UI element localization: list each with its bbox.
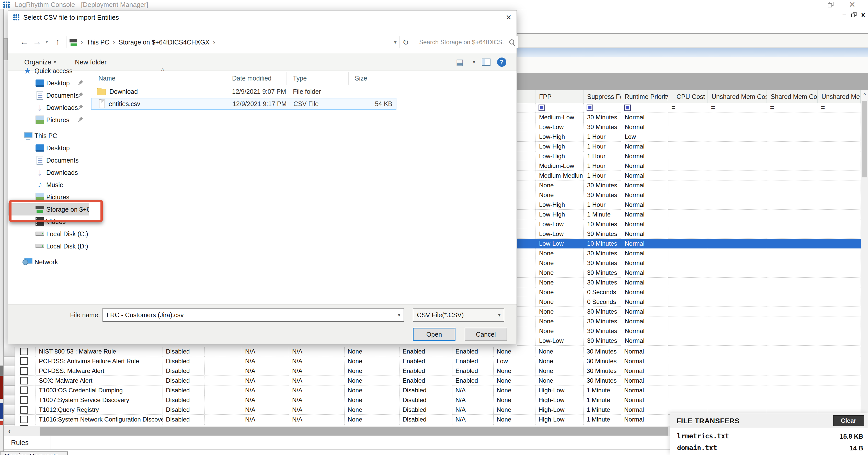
bg-table-row[interactable]: None 30 Minutes Normal: [517, 268, 861, 278]
row-header-cell[interactable]: [4, 405, 15, 415]
sidebar-item[interactable]: Local Disk (D:): [8, 240, 89, 252]
filter-cpu[interactable]: =: [669, 103, 708, 113]
recent-locations-dropdown[interactable]: ▾: [43, 35, 50, 48]
filter-suppress[interactable]: [584, 103, 621, 113]
filter-unshared[interactable]: =: [708, 103, 767, 113]
row-header-cell[interactable]: [4, 386, 15, 395]
row-header-cell[interactable]: [4, 376, 15, 386]
chevron-down-icon[interactable]: ▾: [398, 312, 401, 318]
bg-table-row[interactable]: None 30 Minutes Normal: [517, 248, 861, 258]
rule-row[interactable]: PCI-DSS: Antivirus Failure Alert Rule Di…: [4, 356, 861, 366]
bg-table-row[interactable]: Low-High 1 Hour Normal: [517, 142, 861, 151]
rule-checkbox[interactable]: [20, 367, 28, 375]
sidebar-item[interactable]: Music: [8, 179, 89, 191]
rule-checkbox[interactable]: [20, 396, 28, 404]
rule-checkbox[interactable]: [20, 377, 28, 385]
tab-service-requests[interactable]: Service Requests: [0, 451, 68, 455]
bg-table-row[interactable]: Low-Low 30 Minutes Normal: [517, 122, 861, 132]
rule-row[interactable]: SOX: Malware Alert Disabled N/A N/A None…: [4, 376, 861, 386]
address-bar[interactable]: › This PC › Storage on $+64fDICS4CHXGX ›…: [66, 36, 400, 48]
sidebar-item[interactable]: Downloads: [8, 166, 89, 179]
row-header-cell[interactable]: [4, 424, 15, 426]
back-button[interactable]: ←: [18, 35, 31, 48]
open-button[interactable]: Open: [413, 328, 456, 341]
bg-col-runtime-priority[interactable]: Runtime Priority: [621, 90, 669, 103]
sidebar-item[interactable]: Pictures: [8, 114, 89, 126]
window-close-button[interactable]: ✕: [845, 0, 859, 9]
search-box[interactable]: Search Storage on $+64fDICS...: [415, 36, 518, 48]
preview-pane-icon[interactable]: [482, 59, 491, 66]
bg-table-row[interactable]: None 30 Minutes Normal: [517, 316, 861, 326]
window-minimize-button[interactable]: —: [803, 0, 817, 9]
sidebar-item[interactable]: Documents: [8, 89, 89, 101]
view-dropdown-icon[interactable]: ▾: [473, 59, 475, 65]
bg-col-fpp[interactable]: FPP: [535, 90, 584, 103]
bg-table-row[interactable]: Low-High 1 Hour Normal: [517, 151, 861, 161]
column-name[interactable]: Name: [92, 72, 226, 85]
mdi-close-button[interactable]: x: [859, 11, 867, 19]
bg-col-shared-mem-cost[interactable]: Shared Mem Cost: [767, 90, 818, 103]
up-button[interactable]: ↑: [52, 35, 64, 48]
dialog-close-button[interactable]: ×: [501, 11, 516, 23]
bg-table-row[interactable]: Low-High 1 Hour Normal: [517, 200, 861, 210]
sidebar-item[interactable]: Local Disk (C:): [8, 228, 89, 240]
bg-table-row[interactable]: None 30 Minutes Normal: [517, 180, 861, 190]
rule-checkbox[interactable]: [20, 357, 28, 365]
refresh-button[interactable]: ↻: [400, 36, 411, 48]
sidebar-item[interactable]: Desktop: [8, 77, 89, 89]
bg-col-suppress-for[interactable]: Suppress For: [584, 90, 621, 103]
filter-fpp[interactable]: [535, 103, 584, 113]
vertical-scroll-thumb[interactable]: [862, 101, 867, 177]
bg-table-row[interactable]: Low-High 1 Hour Low: [517, 132, 861, 142]
bg-table-row[interactable]: Low-High 1 Minute Normal: [517, 210, 861, 219]
scroll-up-button[interactable]: ^: [861, 90, 868, 100]
bg-table-row[interactable]: Medium-Low 1 Hour Normal: [517, 161, 861, 171]
bg-col-unshared-mem-2[interactable]: Unshared Me: [818, 90, 861, 103]
view-list-icon[interactable]: ▤: [456, 57, 464, 67]
sidebar-item[interactable]: Documents: [8, 154, 89, 166]
bg-table-row[interactable]: None 0 Seconds Normal: [517, 287, 861, 297]
rule-checkbox[interactable]: [20, 416, 28, 423]
sidebar-item[interactable]: Quick access: [8, 65, 89, 77]
rule-row[interactable]: NIST 800-53 : Malware Rule Disabled N/A …: [4, 346, 861, 356]
bg-table-row[interactable]: Low-Low 10 Minutes Normal: [517, 219, 861, 229]
rule-row[interactable]: PCI-DSS: Malware Alert Disabled N/A N/A …: [4, 366, 861, 376]
bg-table-row[interactable]: None 30 Minutes Normal: [517, 258, 861, 268]
bg-table-row[interactable]: Medium-Low 30 Minutes Normal: [517, 113, 861, 122]
bg-table-row[interactable]: None 30 Minutes Normal: [517, 307, 861, 316]
help-button[interactable]: ?: [497, 58, 506, 67]
row-header-cell[interactable]: [4, 366, 15, 376]
filter-shared[interactable]: =: [767, 103, 818, 113]
filter-runtime[interactable]: [621, 103, 669, 113]
filter-unshared-2[interactable]: =: [818, 103, 861, 113]
sidebar-item[interactable]: This PC: [8, 130, 89, 142]
tab-rules[interactable]: Rules: [4, 436, 51, 449]
file-name-input[interactable]: LRC - Customers (Jira).csv ▾: [102, 308, 404, 322]
mdi-minimize-button[interactable]: –: [840, 11, 848, 19]
address-dropdown-icon[interactable]: ▾: [394, 39, 397, 46]
breadcrumb-this-pc[interactable]: This PC: [87, 39, 110, 46]
file-row[interactable]: Download 12/9/2021 9:07 PM File folder: [91, 86, 396, 97]
row-header-cell[interactable]: [4, 415, 15, 424]
bg-table-row[interactable]: None 30 Minutes Normal: [517, 190, 861, 200]
rule-row[interactable]: T1003:OS Credential Dumping Disabled N/A…: [4, 386, 861, 395]
window-restore-button[interactable]: [824, 0, 838, 9]
clear-button[interactable]: Clear: [833, 415, 864, 426]
file-row[interactable]: entities.csv 12/9/2021 9:17 PM CSV File …: [91, 98, 396, 110]
bg-table-row[interactable]: Low-Low 10 Minutes Normal: [517, 239, 861, 248]
bg-table-row[interactable]: Medium-Medium 1 Hour Normal: [517, 171, 861, 180]
row-header-cell[interactable]: [4, 346, 15, 356]
cancel-button[interactable]: Cancel: [465, 328, 507, 341]
rule-checkbox[interactable]: [20, 347, 28, 355]
sidebar-item[interactable]: Downloads: [8, 101, 89, 114]
bg-table-row[interactable]: Low-Low 30 Minutes Normal: [517, 336, 861, 345]
scroll-left-button[interactable]: ‹: [4, 426, 15, 436]
rule-row[interactable]: T1007:System Service Discovery Disabled …: [4, 395, 861, 405]
column-size[interactable]: Size: [349, 72, 398, 85]
chevron-down-icon[interactable]: ▾: [498, 312, 501, 318]
breadcrumb-storage[interactable]: Storage on $+64fDICS4CHXGX: [119, 39, 209, 46]
bg-table-row[interactable]: None 0 Seconds Normal: [517, 297, 861, 307]
row-header-cell[interactable]: [4, 356, 15, 366]
forward-button[interactable]: →: [31, 35, 43, 48]
row-header-cell[interactable]: [4, 395, 15, 405]
